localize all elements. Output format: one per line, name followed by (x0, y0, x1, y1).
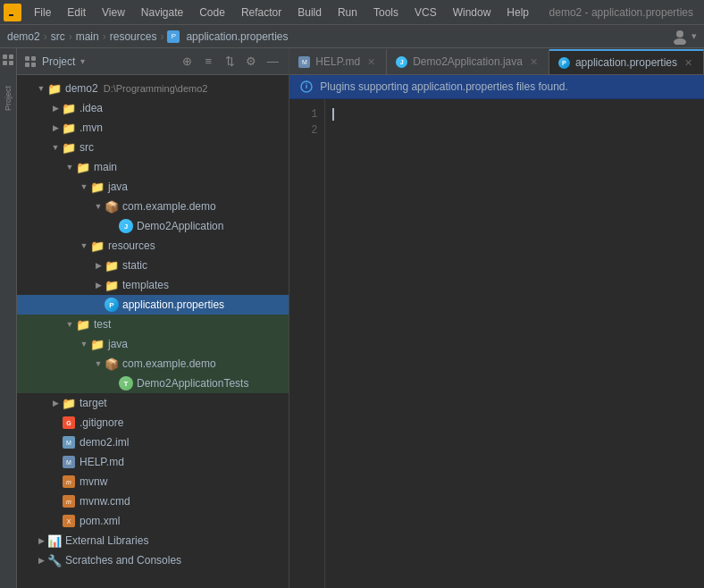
editor-area: M HELP.md ✕ J Demo2Application.java ✕ P … (289, 48, 704, 588)
menu-navigate[interactable]: Navigate (134, 4, 190, 21)
tab-demo2app[interactable]: J Demo2Application.java ✕ (387, 49, 549, 74)
list-item[interactable]: ▶ J Demo2Application (17, 216, 289, 236)
list-item[interactable]: ▶ T Demo2ApplicationTests (17, 374, 289, 393)
tab-label-props: application.properties (575, 56, 677, 69)
panel-dropdown-arrow[interactable]: ▾ (80, 56, 85, 66)
list-item[interactable]: ▼ 📦 com.example.demo (17, 354, 289, 374)
menu-run[interactable]: Run (331, 4, 365, 21)
folder-icon-main: 📁 (76, 160, 90, 174)
list-item[interactable]: ▶ 📊 External Libraries (17, 531, 289, 550)
tab-close-help[interactable]: ✕ (365, 55, 377, 69)
svg-rect-11 (31, 63, 36, 67)
svg-rect-10 (25, 63, 29, 67)
list-item[interactable]: ▼ 📦 com.example.demo (17, 197, 289, 216)
folder-icon-templates: 📁 (105, 278, 119, 292)
tree-label-extlib: External Libraries (65, 534, 148, 547)
breadcrumb-main[interactable]: main (76, 30, 99, 43)
menu-help[interactable]: Help (499, 4, 536, 21)
editor-text[interactable] (325, 99, 704, 588)
list-item[interactable]: ▶ m mvnw.cmd (17, 491, 289, 511)
menu-view[interactable]: View (95, 4, 132, 21)
menu-build[interactable]: Build (290, 4, 329, 21)
tree-label-main: main (94, 161, 117, 173)
breadcrumb-demo2[interactable]: demo2 (7, 30, 40, 43)
tree-label-resources: resources (108, 239, 155, 252)
breadcrumb-sep-1: › (44, 30, 47, 43)
breadcrumb-file[interactable]: application.properties (186, 30, 288, 43)
list-item[interactable]: ▶ M HELP.md (17, 452, 289, 472)
tab-close-props[interactable]: ✕ (683, 56, 694, 70)
list-item[interactable]: ▶ 🔧 Scratches and Consoles (17, 550, 289, 570)
list-item[interactable]: ▶ 📁 .mvn (17, 118, 289, 138)
editor-content[interactable]: 1 2 (289, 99, 704, 588)
menu-code[interactable]: Code (192, 4, 232, 21)
breadcrumb-icon: P (167, 30, 182, 43)
list-item[interactable]: ▶ M demo2.iml (17, 433, 289, 452)
panel-action-minimize[interactable]: — (264, 53, 281, 71)
panel-action-sort[interactable]: ⇅ (221, 53, 239, 71)
text-cursor (332, 108, 334, 121)
notification-text: Plugins supporting application.propertie… (320, 80, 568, 93)
breadcrumb-src[interactable]: src (51, 30, 65, 43)
list-item[interactable]: ▶ 📁 .idea (17, 98, 289, 118)
list-item[interactable]: ▼ 📁 main (17, 157, 289, 177)
user-icon[interactable]: ▾ (672, 29, 697, 45)
tree-arrow-java: ▼ (78, 182, 90, 191)
panel-action-settings[interactable]: ⚙ (242, 53, 260, 71)
scratch-icon: 🔧 (47, 553, 62, 567)
tab-close-demo2app[interactable]: ✕ (528, 55, 540, 69)
svg-point-3 (674, 38, 686, 45)
menubar: File Edit View Navigate Code Refactor Bu… (0, 0, 704, 25)
tree-label-gitignore: .gitignore (80, 416, 123, 429)
tree-label-test-class: Demo2ApplicationTests (137, 377, 248, 390)
tree-arrow-main: ▼ (63, 163, 76, 172)
list-item[interactable]: ▼ 📁 src (17, 138, 289, 157)
notification-icon (300, 80, 313, 93)
tree-label-target: target (80, 397, 107, 409)
breadcrumb-sep-2: › (69, 30, 72, 43)
folder-icon-java: 📁 (90, 180, 105, 194)
tree-label-mvnw: mvnw (80, 475, 107, 488)
list-item[interactable]: ▶ 📁 target (17, 393, 289, 413)
svg-rect-6 (3, 61, 7, 65)
svg-rect-8 (25, 56, 29, 61)
menu-items: File Edit View Navigate Code Refactor Bu… (27, 4, 536, 21)
mvnw-icon: m (62, 475, 76, 489)
tree-arrow-idea: ▶ (49, 104, 62, 113)
list-item[interactable]: ▶ m mvnw (17, 472, 289, 491)
sidebar-project-icon[interactable] (0, 52, 16, 68)
line-numbers: 1 2 (289, 99, 325, 588)
list-item[interactable]: ▶ P application.properties (17, 295, 289, 315)
window-title: demo2 - application.properties (549, 6, 700, 19)
list-item[interactable]: ▶ 📁 static (17, 256, 289, 275)
menu-edit[interactable]: Edit (60, 4, 93, 21)
panel-action-collapse[interactable]: ≡ (199, 53, 217, 71)
menu-file[interactable]: File (27, 4, 58, 21)
breadcrumb-resources[interactable]: resources (110, 30, 157, 43)
menu-refactor[interactable]: Refactor (234, 4, 289, 21)
list-item[interactable]: ▶ 📁 templates (17, 275, 289, 295)
menu-vcs[interactable]: VCS (407, 4, 444, 21)
list-item[interactable]: ▼ 📁 java (17, 177, 289, 197)
file-tree[interactable]: ▼ 📁 demo2 D:\Programming\demo2 ▶ 📁 .idea… (17, 75, 289, 588)
menu-window[interactable]: Window (446, 4, 499, 21)
svg-rect-4 (3, 55, 7, 59)
app-logo (4, 4, 21, 21)
tree-root[interactable]: ▼ 📁 demo2 D:\Programming\demo2 (17, 79, 289, 98)
list-item[interactable]: ▼ 📁 resources (17, 236, 289, 256)
java-test-icon: T (119, 376, 133, 391)
sidebar-vcs-icon[interactable]: Project (0, 71, 16, 125)
tab-help-md[interactable]: M HELP.md ✕ (289, 49, 387, 74)
menu-tools[interactable]: Tools (366, 4, 406, 21)
tab-label-help: HELP.md (315, 55, 360, 68)
panel-action-locate[interactable]: ⊕ (178, 53, 196, 71)
list-item[interactable]: ▼ 📁 test (17, 315, 289, 334)
svg-rect-5 (9, 55, 13, 59)
list-item[interactable]: ▼ 📁 java (17, 334, 289, 354)
panel-header: Project ▾ ⊕ ≡ ⇅ ⚙ — (17, 48, 289, 75)
package-icon-test: 📦 (105, 357, 119, 371)
tab-application-properties[interactable]: P application.properties ✕ (549, 49, 704, 74)
list-item[interactable]: ▶ G .gitignore (17, 413, 289, 433)
list-item[interactable]: ▶ X pom.xml (17, 511, 289, 531)
svg-point-14 (306, 83, 308, 85)
